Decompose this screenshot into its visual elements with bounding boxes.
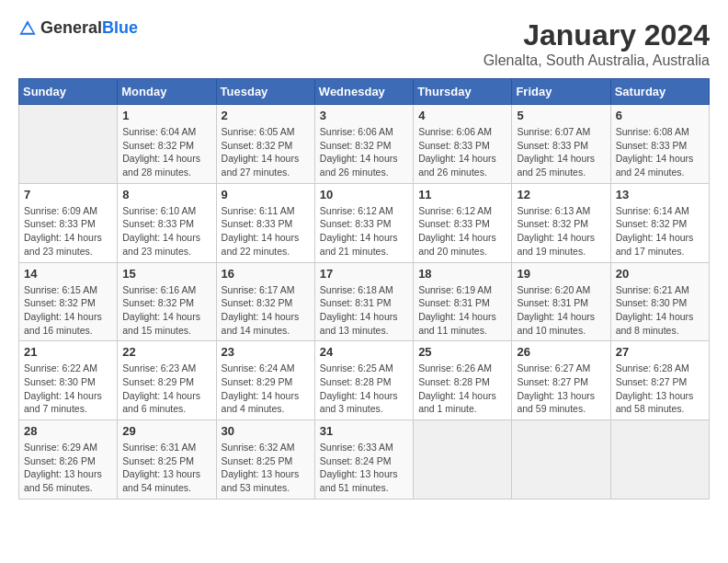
sunset-text: Sunset: 8:33 PM — [122, 217, 210, 231]
day-info: Sunrise: 6:04 AMSunset: 8:32 PMDaylight:… — [122, 125, 210, 179]
logo-blue-text: Blue — [102, 18, 138, 37]
logo: GeneralBlue — [18, 18, 138, 38]
sunset-text: Sunset: 8:31 PM — [320, 296, 408, 310]
sunset-text: Sunset: 8:33 PM — [222, 217, 310, 231]
sunrise-text: Sunrise: 6:13 AM — [517, 204, 605, 218]
calendar-cell: 30Sunrise: 6:32 AMSunset: 8:25 PMDayligh… — [216, 420, 314, 500]
calendar-cell: 5Sunrise: 6:07 AMSunset: 8:33 PMDaylight… — [512, 105, 610, 184]
sunrise-text: Sunrise: 6:16 AM — [122, 283, 210, 297]
sunset-text: Sunset: 8:31 PM — [517, 296, 605, 310]
day-info: Sunrise: 6:07 AMSunset: 8:33 PMDaylight:… — [517, 125, 605, 179]
sunrise-text: Sunrise: 6:25 AM — [320, 362, 408, 375]
day-info: Sunrise: 6:33 AMSunset: 8:24 PMDaylight:… — [320, 441, 408, 495]
day-number: 15 — [122, 267, 210, 281]
daylight-text: Daylight: 14 hours and 28 minutes. — [122, 152, 210, 178]
sunset-text: Sunset: 8:32 PM — [122, 296, 210, 310]
day-number: 5 — [517, 109, 605, 122]
calendar-cell: 29Sunrise: 6:31 AMSunset: 8:25 PMDayligh… — [118, 420, 216, 500]
header-day-saturday: Saturday — [610, 79, 709, 105]
calendar-cell: 18Sunrise: 6:19 AMSunset: 8:31 PMDayligh… — [414, 262, 512, 341]
daylight-text: Daylight: 14 hours and 19 minutes. — [517, 231, 605, 258]
day-info: Sunrise: 6:11 AMSunset: 8:33 PMDaylight:… — [222, 204, 310, 259]
day-info: Sunrise: 6:05 AMSunset: 8:32 PMDaylight:… — [222, 125, 310, 179]
day-info: Sunrise: 6:12 AMSunset: 8:33 PMDaylight:… — [418, 204, 506, 259]
sunrise-text: Sunrise: 6:18 AM — [320, 283, 408, 297]
sunset-text: Sunset: 8:33 PM — [24, 217, 112, 231]
day-number: 6 — [616, 109, 704, 122]
day-info: Sunrise: 6:09 AMSunset: 8:33 PMDaylight:… — [24, 204, 112, 259]
calendar-title: January 2024 — [483, 18, 710, 52]
day-number: 29 — [122, 424, 210, 438]
calendar-cell: 12Sunrise: 6:13 AMSunset: 8:32 PMDayligh… — [512, 183, 610, 262]
calendar-cell — [414, 420, 512, 500]
header-day-tuesday: Tuesday — [216, 79, 314, 105]
logo-icon — [18, 19, 37, 38]
calendar-cell: 9Sunrise: 6:11 AMSunset: 8:33 PMDaylight… — [216, 183, 314, 262]
header-day-thursday: Thursday — [414, 79, 512, 105]
day-info: Sunrise: 6:14 AMSunset: 8:32 PMDaylight:… — [616, 204, 704, 259]
day-info: Sunrise: 6:22 AMSunset: 8:30 PMDaylight:… — [24, 362, 112, 416]
sunset-text: Sunset: 8:32 PM — [222, 139, 310, 153]
calendar-week-row: 21Sunrise: 6:22 AMSunset: 8:30 PMDayligh… — [19, 341, 710, 420]
header-day-monday: Monday — [118, 79, 216, 105]
day-number: 20 — [616, 267, 704, 281]
sunrise-text: Sunrise: 6:12 AM — [418, 204, 506, 218]
sunset-text: Sunset: 8:26 PM — [24, 454, 112, 468]
day-number: 26 — [517, 345, 605, 359]
day-info: Sunrise: 6:31 AMSunset: 8:25 PMDaylight:… — [122, 441, 210, 495]
calendar-subtitle: Glenalta, South Australia, Australia — [483, 52, 710, 69]
calendar-week-row: 7Sunrise: 6:09 AMSunset: 8:33 PMDaylight… — [19, 183, 710, 262]
sunrise-text: Sunrise: 6:28 AM — [616, 362, 704, 375]
sunrise-text: Sunrise: 6:09 AM — [24, 204, 112, 218]
daylight-text: Daylight: 13 hours and 56 minutes. — [24, 467, 112, 494]
daylight-text: Daylight: 14 hours and 27 minutes. — [222, 152, 310, 178]
sunrise-text: Sunrise: 6:31 AM — [122, 441, 210, 454]
day-number: 19 — [517, 267, 605, 281]
day-number: 30 — [222, 424, 310, 438]
sunset-text: Sunset: 8:32 PM — [616, 217, 704, 231]
day-info: Sunrise: 6:06 AMSunset: 8:33 PMDaylight:… — [418, 125, 506, 179]
day-info: Sunrise: 6:08 AMSunset: 8:33 PMDaylight:… — [616, 125, 704, 179]
sunrise-text: Sunrise: 6:11 AM — [222, 204, 310, 218]
daylight-text: Daylight: 14 hours and 23 minutes. — [24, 231, 112, 258]
calendar-week-row: 14Sunrise: 6:15 AMSunset: 8:32 PMDayligh… — [19, 262, 710, 341]
day-number: 25 — [418, 345, 506, 359]
calendar-cell: 14Sunrise: 6:15 AMSunset: 8:32 PMDayligh… — [19, 262, 118, 341]
day-info: Sunrise: 6:28 AMSunset: 8:27 PMDaylight:… — [616, 362, 704, 416]
daylight-text: Daylight: 14 hours and 1 minute. — [418, 389, 506, 416]
daylight-text: Daylight: 14 hours and 8 minutes. — [616, 310, 704, 337]
sunset-text: Sunset: 8:33 PM — [616, 139, 704, 153]
daylight-text: Daylight: 14 hours and 22 minutes. — [222, 231, 310, 258]
day-info: Sunrise: 6:16 AMSunset: 8:32 PMDaylight:… — [122, 283, 210, 338]
sunset-text: Sunset: 8:28 PM — [418, 375, 506, 389]
day-info: Sunrise: 6:10 AMSunset: 8:33 PMDaylight:… — [122, 204, 210, 259]
daylight-text: Daylight: 14 hours and 17 minutes. — [616, 231, 704, 258]
sunset-text: Sunset: 8:31 PM — [418, 296, 506, 310]
daylight-text: Daylight: 14 hours and 26 minutes. — [418, 152, 506, 178]
day-info: Sunrise: 6:21 AMSunset: 8:30 PMDaylight:… — [616, 283, 704, 338]
day-number: 10 — [320, 188, 408, 201]
calendar-cell: 24Sunrise: 6:25 AMSunset: 8:28 PMDayligh… — [314, 341, 413, 420]
sunrise-text: Sunrise: 6:17 AM — [222, 283, 310, 297]
sunrise-text: Sunrise: 6:06 AM — [320, 125, 408, 139]
daylight-text: Daylight: 14 hours and 15 minutes. — [122, 310, 210, 337]
sunset-text: Sunset: 8:29 PM — [122, 375, 210, 389]
calendar-week-row: 1Sunrise: 6:04 AMSunset: 8:32 PMDaylight… — [19, 105, 710, 184]
day-number: 31 — [320, 424, 408, 438]
day-number: 27 — [616, 345, 704, 359]
day-number: 24 — [320, 345, 408, 359]
calendar-cell: 21Sunrise: 6:22 AMSunset: 8:30 PMDayligh… — [19, 341, 118, 420]
sunrise-text: Sunrise: 6:06 AM — [418, 125, 506, 139]
daylight-text: Daylight: 14 hours and 6 minutes. — [122, 389, 210, 416]
day-info: Sunrise: 6:19 AMSunset: 8:31 PMDaylight:… — [418, 283, 506, 338]
calendar-cell: 4Sunrise: 6:06 AMSunset: 8:33 PMDaylight… — [414, 105, 512, 184]
sunset-text: Sunset: 8:32 PM — [320, 139, 408, 153]
daylight-text: Daylight: 13 hours and 59 minutes. — [517, 389, 605, 416]
sunrise-text: Sunrise: 6:24 AM — [222, 362, 310, 375]
sunset-text: Sunset: 8:24 PM — [320, 454, 408, 468]
sunrise-text: Sunrise: 6:26 AM — [418, 362, 506, 375]
sunset-text: Sunset: 8:27 PM — [616, 375, 704, 389]
day-number: 13 — [616, 188, 704, 201]
day-number: 28 — [24, 424, 112, 438]
day-info: Sunrise: 6:29 AMSunset: 8:26 PMDaylight:… — [24, 441, 112, 495]
